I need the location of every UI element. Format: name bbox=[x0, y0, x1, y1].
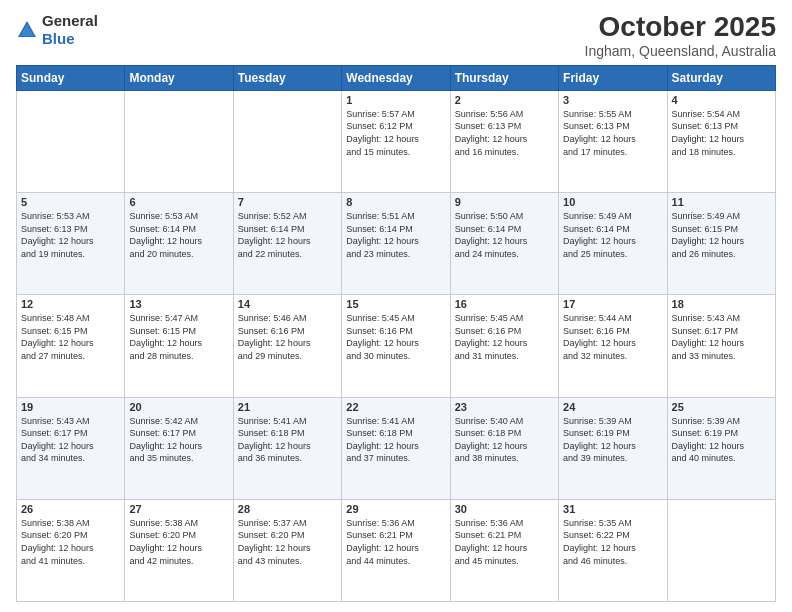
day-number: 8 bbox=[346, 196, 445, 208]
day-number: 6 bbox=[129, 196, 228, 208]
table-row: 19Sunrise: 5:43 AMSunset: 6:17 PMDayligh… bbox=[17, 397, 125, 499]
logo: General Blue bbox=[16, 12, 98, 48]
calendar-week-row: 12Sunrise: 5:48 AMSunset: 6:15 PMDayligh… bbox=[17, 295, 776, 397]
table-row bbox=[233, 90, 341, 192]
day-number: 17 bbox=[563, 298, 662, 310]
logo-general: General bbox=[42, 12, 98, 30]
table-row: 12Sunrise: 5:48 AMSunset: 6:15 PMDayligh… bbox=[17, 295, 125, 397]
day-number: 26 bbox=[21, 503, 120, 515]
table-row: 7Sunrise: 5:52 AMSunset: 6:14 PMDaylight… bbox=[233, 193, 341, 295]
table-row: 30Sunrise: 5:36 AMSunset: 6:21 PMDayligh… bbox=[450, 499, 558, 601]
day-number: 22 bbox=[346, 401, 445, 413]
day-info: Sunrise: 5:44 AMSunset: 6:16 PMDaylight:… bbox=[563, 312, 662, 362]
header: General Blue October 2025 Ingham, Queens… bbox=[16, 12, 776, 59]
day-info: Sunrise: 5:41 AMSunset: 6:18 PMDaylight:… bbox=[238, 415, 337, 465]
day-number: 31 bbox=[563, 503, 662, 515]
table-row: 4Sunrise: 5:54 AMSunset: 6:13 PMDaylight… bbox=[667, 90, 775, 192]
day-info: Sunrise: 5:41 AMSunset: 6:18 PMDaylight:… bbox=[346, 415, 445, 465]
table-row: 14Sunrise: 5:46 AMSunset: 6:16 PMDayligh… bbox=[233, 295, 341, 397]
day-number: 9 bbox=[455, 196, 554, 208]
table-row: 17Sunrise: 5:44 AMSunset: 6:16 PMDayligh… bbox=[559, 295, 667, 397]
day-info: Sunrise: 5:52 AMSunset: 6:14 PMDaylight:… bbox=[238, 210, 337, 260]
day-info: Sunrise: 5:35 AMSunset: 6:22 PMDaylight:… bbox=[563, 517, 662, 567]
calendar-header-row: Sunday Monday Tuesday Wednesday Thursday… bbox=[17, 65, 776, 90]
table-row: 6Sunrise: 5:53 AMSunset: 6:14 PMDaylight… bbox=[125, 193, 233, 295]
table-row: 1Sunrise: 5:57 AMSunset: 6:12 PMDaylight… bbox=[342, 90, 450, 192]
day-info: Sunrise: 5:40 AMSunset: 6:18 PMDaylight:… bbox=[455, 415, 554, 465]
day-info: Sunrise: 5:48 AMSunset: 6:15 PMDaylight:… bbox=[21, 312, 120, 362]
table-row: 5Sunrise: 5:53 AMSunset: 6:13 PMDaylight… bbox=[17, 193, 125, 295]
table-row: 20Sunrise: 5:42 AMSunset: 6:17 PMDayligh… bbox=[125, 397, 233, 499]
day-number: 12 bbox=[21, 298, 120, 310]
table-row bbox=[667, 499, 775, 601]
table-row: 21Sunrise: 5:41 AMSunset: 6:18 PMDayligh… bbox=[233, 397, 341, 499]
day-number: 11 bbox=[672, 196, 771, 208]
col-friday: Friday bbox=[559, 65, 667, 90]
table-row: 9Sunrise: 5:50 AMSunset: 6:14 PMDaylight… bbox=[450, 193, 558, 295]
day-info: Sunrise: 5:38 AMSunset: 6:20 PMDaylight:… bbox=[21, 517, 120, 567]
table-row: 3Sunrise: 5:55 AMSunset: 6:13 PMDaylight… bbox=[559, 90, 667, 192]
calendar-table: Sunday Monday Tuesday Wednesday Thursday… bbox=[16, 65, 776, 602]
day-info: Sunrise: 5:55 AMSunset: 6:13 PMDaylight:… bbox=[563, 108, 662, 158]
table-row: 15Sunrise: 5:45 AMSunset: 6:16 PMDayligh… bbox=[342, 295, 450, 397]
day-number: 5 bbox=[21, 196, 120, 208]
day-info: Sunrise: 5:43 AMSunset: 6:17 PMDaylight:… bbox=[21, 415, 120, 465]
day-number: 20 bbox=[129, 401, 228, 413]
table-row: 27Sunrise: 5:38 AMSunset: 6:20 PMDayligh… bbox=[125, 499, 233, 601]
table-row: 16Sunrise: 5:45 AMSunset: 6:16 PMDayligh… bbox=[450, 295, 558, 397]
sub-title: Ingham, Queensland, Australia bbox=[585, 43, 776, 59]
table-row: 31Sunrise: 5:35 AMSunset: 6:22 PMDayligh… bbox=[559, 499, 667, 601]
day-info: Sunrise: 5:54 AMSunset: 6:13 PMDaylight:… bbox=[672, 108, 771, 158]
main-title: October 2025 bbox=[585, 12, 776, 43]
day-info: Sunrise: 5:56 AMSunset: 6:13 PMDaylight:… bbox=[455, 108, 554, 158]
day-number: 1 bbox=[346, 94, 445, 106]
table-row: 10Sunrise: 5:49 AMSunset: 6:14 PMDayligh… bbox=[559, 193, 667, 295]
day-number: 25 bbox=[672, 401, 771, 413]
day-number: 28 bbox=[238, 503, 337, 515]
day-info: Sunrise: 5:43 AMSunset: 6:17 PMDaylight:… bbox=[672, 312, 771, 362]
page: General Blue October 2025 Ingham, Queens… bbox=[0, 0, 792, 612]
table-row: 11Sunrise: 5:49 AMSunset: 6:15 PMDayligh… bbox=[667, 193, 775, 295]
table-row: 22Sunrise: 5:41 AMSunset: 6:18 PMDayligh… bbox=[342, 397, 450, 499]
day-number: 29 bbox=[346, 503, 445, 515]
day-info: Sunrise: 5:57 AMSunset: 6:12 PMDaylight:… bbox=[346, 108, 445, 158]
col-saturday: Saturday bbox=[667, 65, 775, 90]
table-row: 25Sunrise: 5:39 AMSunset: 6:19 PMDayligh… bbox=[667, 397, 775, 499]
table-row: 13Sunrise: 5:47 AMSunset: 6:15 PMDayligh… bbox=[125, 295, 233, 397]
table-row: 23Sunrise: 5:40 AMSunset: 6:18 PMDayligh… bbox=[450, 397, 558, 499]
col-sunday: Sunday bbox=[17, 65, 125, 90]
day-info: Sunrise: 5:49 AMSunset: 6:14 PMDaylight:… bbox=[563, 210, 662, 260]
col-tuesday: Tuesday bbox=[233, 65, 341, 90]
day-number: 2 bbox=[455, 94, 554, 106]
table-row: 28Sunrise: 5:37 AMSunset: 6:20 PMDayligh… bbox=[233, 499, 341, 601]
calendar-week-row: 5Sunrise: 5:53 AMSunset: 6:13 PMDaylight… bbox=[17, 193, 776, 295]
col-thursday: Thursday bbox=[450, 65, 558, 90]
day-number: 4 bbox=[672, 94, 771, 106]
logo-text: General Blue bbox=[42, 12, 98, 48]
table-row bbox=[17, 90, 125, 192]
day-number: 24 bbox=[563, 401, 662, 413]
day-number: 3 bbox=[563, 94, 662, 106]
calendar-week-row: 26Sunrise: 5:38 AMSunset: 6:20 PMDayligh… bbox=[17, 499, 776, 601]
col-monday: Monday bbox=[125, 65, 233, 90]
calendar-week-row: 1Sunrise: 5:57 AMSunset: 6:12 PMDaylight… bbox=[17, 90, 776, 192]
table-row: 8Sunrise: 5:51 AMSunset: 6:14 PMDaylight… bbox=[342, 193, 450, 295]
logo-icon bbox=[16, 19, 38, 41]
day-info: Sunrise: 5:47 AMSunset: 6:15 PMDaylight:… bbox=[129, 312, 228, 362]
day-info: Sunrise: 5:45 AMSunset: 6:16 PMDaylight:… bbox=[346, 312, 445, 362]
day-number: 19 bbox=[21, 401, 120, 413]
day-info: Sunrise: 5:51 AMSunset: 6:14 PMDaylight:… bbox=[346, 210, 445, 260]
day-info: Sunrise: 5:49 AMSunset: 6:15 PMDaylight:… bbox=[672, 210, 771, 260]
day-number: 7 bbox=[238, 196, 337, 208]
day-info: Sunrise: 5:42 AMSunset: 6:17 PMDaylight:… bbox=[129, 415, 228, 465]
table-row: 26Sunrise: 5:38 AMSunset: 6:20 PMDayligh… bbox=[17, 499, 125, 601]
day-number: 30 bbox=[455, 503, 554, 515]
logo-blue: Blue bbox=[42, 30, 98, 48]
table-row: 29Sunrise: 5:36 AMSunset: 6:21 PMDayligh… bbox=[342, 499, 450, 601]
day-number: 14 bbox=[238, 298, 337, 310]
day-info: Sunrise: 5:38 AMSunset: 6:20 PMDaylight:… bbox=[129, 517, 228, 567]
day-number: 13 bbox=[129, 298, 228, 310]
day-info: Sunrise: 5:50 AMSunset: 6:14 PMDaylight:… bbox=[455, 210, 554, 260]
day-number: 10 bbox=[563, 196, 662, 208]
day-info: Sunrise: 5:46 AMSunset: 6:16 PMDaylight:… bbox=[238, 312, 337, 362]
